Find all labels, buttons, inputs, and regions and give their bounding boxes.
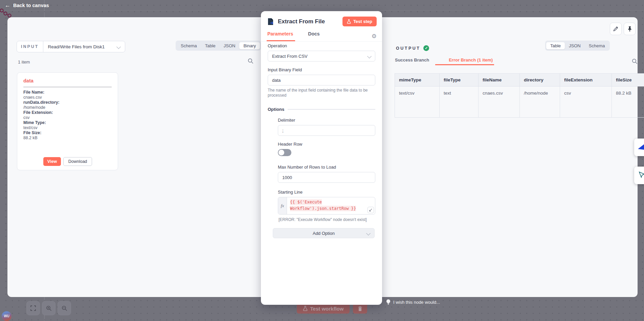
- operation-value: Extract From CSV: [272, 54, 308, 59]
- options-section-label: Options: [268, 107, 284, 112]
- download-binary-button[interactable]: Download: [63, 157, 92, 166]
- divider: [288, 109, 375, 109]
- input-source-selector[interactable]: INPUT Read/Write Files from Disk1: [17, 41, 125, 52]
- lightbulb-icon: [386, 299, 391, 305]
- view-binary-button[interactable]: View: [43, 157, 61, 166]
- input-source-value: Read/Write Files from Disk1: [43, 41, 117, 52]
- pencil-icon: [613, 26, 618, 31]
- tab-error-branch[interactable]: Error Branch (1 item): [449, 57, 493, 63]
- expression-line-2: Workflow').json.startRow }}: [290, 206, 356, 211]
- pushpin-icon: [627, 26, 632, 32]
- binary-entry-value: csv: [23, 115, 112, 120]
- flask-icon: [303, 306, 308, 311]
- flask-icon: [347, 19, 351, 24]
- back-to-canvas-link[interactable]: ← Back to canvas: [5, 2, 49, 8]
- toggle-knob: [279, 150, 284, 155]
- binary-entry-value: text/csv: [23, 125, 112, 130]
- output-table-header-row: mimeTypefileTypefileNamedirectoryfileExt…: [395, 74, 644, 87]
- tab-input-table[interactable]: Table: [201, 42, 220, 49]
- tab-docs[interactable]: Docs: [308, 31, 319, 41]
- add-option-label: Add Option: [313, 231, 335, 236]
- input-search-icon[interactable]: [248, 58, 253, 64]
- active-branch-underline: [435, 64, 494, 65]
- delimiter-value: ;: [282, 128, 284, 133]
- add-option-button[interactable]: Add Option: [273, 228, 375, 238]
- tab-output-json[interactable]: JSON: [565, 42, 585, 49]
- test-step-button[interactable]: Test step: [342, 17, 377, 26]
- tab-input-schema[interactable]: Schema: [177, 42, 201, 49]
- tab-success-branch[interactable]: Success Branch: [395, 57, 429, 63]
- table-cell: 88.2 kB: [612, 87, 644, 118]
- divider: [23, 87, 112, 87]
- gear-icon[interactable]: ⚙: [372, 33, 377, 39]
- logs-panel-button[interactable]: [634, 139, 644, 156]
- binary-entry-label: Mime Type:: [23, 120, 46, 125]
- pin-data-button[interactable]: [624, 23, 636, 35]
- extract-from-file-node-icon: [267, 18, 274, 25]
- output-table: mimeTypefileTypefileNamedirectoryfileExt…: [395, 73, 644, 118]
- success-check-icon: ✓: [423, 45, 429, 51]
- delete-workflow-button[interactable]: [353, 303, 367, 314]
- table-row: text/csvtextcnaes.csv/home/nodecsv88.2 k…: [395, 87, 644, 118]
- tab-input-binary[interactable]: Binary: [239, 42, 260, 49]
- binary-field-input[interactable]: data: [268, 75, 375, 85]
- operation-select[interactable]: Extract From CSV: [268, 51, 375, 61]
- tab-output-schema[interactable]: Schema: [585, 42, 609, 49]
- column-header: directory: [520, 74, 560, 87]
- zoom-out-button[interactable]: [58, 301, 71, 315]
- binary-entry-label: File Extension:: [23, 110, 53, 115]
- column-header: fileExtension: [560, 74, 612, 87]
- zoom-in-icon: [46, 305, 52, 311]
- fx-badge: fx: [278, 197, 287, 214]
- starting-line-label: Starting Line: [278, 190, 375, 195]
- tab-parameters[interactable]: Parameters: [267, 31, 293, 41]
- output-view-tabs: Table JSON Schema: [545, 41, 610, 51]
- node-feedback-link[interactable]: I wish this node would...: [386, 299, 440, 305]
- delimiter-input[interactable]: ;: [278, 125, 375, 136]
- binary-field-value: data: [272, 78, 281, 83]
- chevron-down-icon: [366, 231, 371, 236]
- trash-icon: [358, 306, 362, 311]
- binary-entry-value: /home/node: [23, 105, 112, 110]
- fit-view-button[interactable]: [26, 301, 40, 315]
- max-rows-value: 1000: [282, 175, 292, 180]
- binary-field-name: data: [23, 78, 112, 83]
- node-settings-panel: Extract From File Test step Parameters D…: [261, 11, 382, 305]
- table-cell: csv: [560, 87, 612, 118]
- binary-entry-label: runData.directory:: [23, 100, 60, 105]
- back-arrow-icon: ←: [5, 2, 10, 8]
- edit-output-button[interactable]: [610, 23, 622, 35]
- header-row-toggle[interactable]: [278, 149, 291, 156]
- canvas-topbar-edge: [0, 10, 644, 10]
- binary-entry-label: File Size:: [23, 130, 41, 135]
- max-rows-label: Max Number of Rows to Load: [278, 165, 375, 170]
- table-cell: text: [440, 87, 479, 118]
- binary-field-hint: The name of the input field containing t…: [268, 88, 375, 98]
- expression-error-text: [ERROR: "Execute Workflow" node doesn't …: [279, 217, 375, 222]
- column-header: mimeType: [395, 74, 440, 87]
- delimiter-label: Delimiter: [278, 118, 375, 123]
- node-title: Extract From File: [278, 18, 339, 25]
- max-rows-input[interactable]: 1000: [278, 172, 375, 183]
- pointer-tool-button[interactable]: [634, 167, 644, 184]
- starting-line-expression-input[interactable]: fx {{ $('Execute Workflow').json.startRo…: [278, 197, 375, 215]
- output-search-icon[interactable]: [632, 58, 638, 64]
- binary-entry-label: File Name:: [23, 90, 44, 95]
- back-to-canvas-label: Back to canvas: [13, 3, 49, 8]
- binary-entry-value: cnaes.csv: [23, 95, 112, 100]
- expand-expression-button[interactable]: [368, 207, 374, 213]
- tab-output-table[interactable]: Table: [546, 42, 565, 49]
- test-workflow-label: Test workflow: [310, 306, 344, 312]
- tab-input-json[interactable]: JSON: [220, 42, 240, 49]
- header-row-label: Header Row: [278, 142, 375, 147]
- user-avatar[interactable]: WU: [2, 311, 12, 321]
- zoom-in-button[interactable]: [42, 301, 55, 315]
- operation-label: Operation: [268, 43, 375, 48]
- blue-flag-icon: [636, 144, 644, 151]
- chevron-down-icon: [116, 45, 121, 49]
- chevron-down-icon: [367, 54, 372, 58]
- test-workflow-button[interactable]: Test workflow: [297, 303, 350, 314]
- input-panel-label: INPUT: [17, 41, 43, 52]
- column-header: fileSize: [612, 74, 644, 87]
- binary-entry-value: 88.2 kB: [23, 135, 112, 141]
